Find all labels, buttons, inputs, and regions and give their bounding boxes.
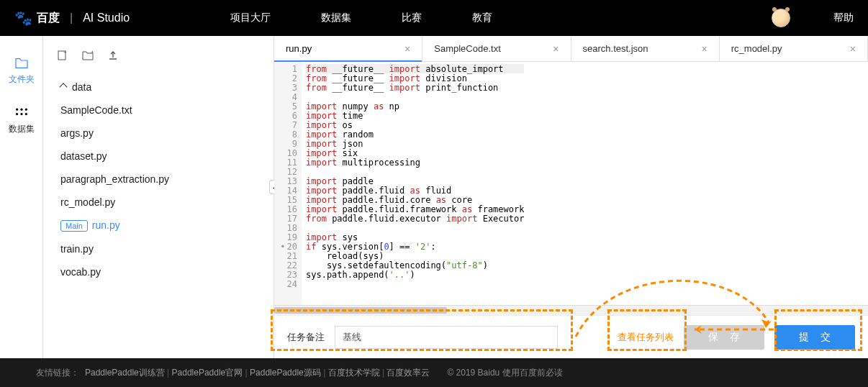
tree-file[interactable]: args.py	[58, 122, 266, 145]
footer-link[interactable]: 百度技术学院	[328, 368, 380, 378]
code-line: from paddle.fluid.executor import Execut…	[306, 214, 524, 223]
code-line: import paddle	[306, 176, 524, 186]
tree-file[interactable]: paragraph_extraction.py	[58, 168, 266, 191]
svg-text:+: +	[91, 50, 94, 55]
line-number: 3	[279, 83, 297, 92]
file-panel: + + data SampleCode.txtargs.pydataset.py…	[43, 36, 273, 358]
code-line: import sys	[306, 232, 524, 242]
top-nav: 🐾 百度 | AI Studio 项目大厅 数据集 比赛 教育 帮助	[0, 0, 868, 36]
main-nav: 项目大厅 数据集 比赛 教育	[230, 12, 772, 24]
svg-point-2	[24, 109, 27, 111]
avatar[interactable]	[772, 9, 790, 27]
line-number: 18	[279, 223, 297, 232]
new-file-icon[interactable]: +	[58, 50, 68, 63]
folder-icon	[14, 58, 29, 69]
line-number: 12	[279, 167, 297, 176]
code-line: import paddle.fluid as fluid	[306, 186, 524, 195]
line-number: 5	[279, 101, 297, 111]
rail-datasets-label: 数据集	[9, 123, 35, 135]
rail-files-label: 文件夹	[9, 73, 35, 86]
rail-datasets[interactable]: 数据集	[9, 107, 35, 135]
file-toolbar: + +	[58, 50, 266, 63]
horizontal-scrollbar[interactable]	[274, 305, 868, 315]
tree-file[interactable]: dataset.py	[58, 145, 266, 168]
task-note-input[interactable]	[335, 326, 558, 349]
code-line	[306, 92, 524, 101]
new-folder-icon[interactable]: +	[82, 50, 94, 63]
line-number: 23	[279, 270, 297, 279]
line-number: 4	[279, 92, 297, 101]
folder-label: data	[72, 81, 91, 93]
line-number: 10	[279, 148, 297, 158]
line-number: 17	[279, 214, 297, 223]
logo[interactable]: 🐾 百度 | AI Studio	[14, 9, 130, 27]
close-icon[interactable]: ×	[553, 43, 559, 55]
footer-link[interactable]: PaddlePaddle官网	[172, 368, 243, 378]
line-number: 21	[279, 251, 297, 260]
main-badge: Main	[60, 220, 88, 232]
svg-text:+: +	[63, 50, 67, 55]
editor-tab[interactable]: SampleCode.txt×	[422, 36, 571, 61]
code-line	[306, 167, 524, 176]
line-number: 2	[279, 73, 297, 83]
tab-label: run.py	[286, 43, 312, 54]
task-bar: 任务备注 查看任务列表 保 存 提 交	[274, 315, 868, 358]
tree-file[interactable]: rc_model.py	[58, 191, 266, 214]
editor-tab[interactable]: run.py×	[274, 36, 422, 61]
footer-link[interactable]: 百度效率云	[386, 368, 430, 378]
footer: 友情链接： PaddlePaddle训练营 | PaddlePaddle官网 |…	[0, 358, 868, 387]
code-line: sys.setdefaultencoding("utf-8")	[306, 260, 524, 270]
code-line: sys.path.append('..')	[306, 270, 524, 279]
left-rail: 文件夹 数据集	[0, 36, 43, 358]
nav-competition[interactable]: 比赛	[402, 12, 422, 24]
code-line: reload(sys)	[306, 251, 524, 260]
tree-file[interactable]: train.py	[58, 237, 266, 260]
code-line: import json	[306, 139, 524, 148]
code-line: from __future__ import print_function	[306, 83, 524, 92]
rail-files[interactable]: 文件夹	[9, 58, 35, 86]
logo-text: 百度	[37, 11, 60, 26]
nav-projects[interactable]: 项目大厅	[230, 12, 271, 24]
tree-file[interactable]: vocab.py	[58, 260, 266, 283]
tab-label: rc_model.py	[731, 43, 782, 54]
line-number: 13	[279, 176, 297, 186]
editor-tab[interactable]: search.test.json×	[571, 36, 720, 61]
editor-tabs: run.py×SampleCode.txt×search.test.json×r…	[274, 36, 868, 62]
line-number: 1	[279, 64, 297, 73]
editor-area: ◂ run.py×SampleCode.txt×search.test.json…	[273, 36, 868, 358]
line-number: 7	[279, 120, 297, 129]
view-task-list-link[interactable]: 查看任务列表	[618, 331, 674, 344]
tree-folder-data[interactable]: data	[58, 76, 266, 99]
tree-file[interactable]: Mainrun.py	[58, 214, 266, 237]
paw-icon: 🐾	[14, 9, 32, 27]
editor-tab[interactable]: rc_model.py×	[720, 36, 868, 61]
code-line: if sys.version[0] == '2':	[306, 242, 524, 251]
submit-button[interactable]: 提 交	[774, 325, 855, 350]
nav-datasets[interactable]: 数据集	[321, 12, 351, 24]
task-note-label: 任务备注	[287, 331, 325, 344]
upload-icon[interactable]	[108, 50, 118, 63]
footer-link[interactable]: PaddlePaddle训练营	[85, 368, 165, 378]
save-button[interactable]: 保 存	[684, 325, 764, 350]
code-editor[interactable]: 123456789101112131415161718192021222324 …	[274, 62, 868, 305]
svg-point-3	[16, 113, 18, 115]
svg-point-5	[24, 113, 27, 115]
code-line: from __future__ import division	[306, 73, 524, 83]
code-line: import paddle.fluid.framework as framewo…	[306, 204, 524, 214]
help-link[interactable]: 帮助	[833, 12, 854, 24]
tab-label: search.test.json	[583, 43, 648, 54]
line-number: 16	[279, 204, 297, 214]
line-number: 9	[279, 139, 297, 148]
line-number: 15	[279, 195, 297, 204]
tree-file[interactable]: SampleCode.txt	[58, 99, 266, 122]
code-line	[306, 279, 524, 288]
line-number: 24	[279, 279, 297, 288]
close-icon[interactable]: ×	[404, 43, 410, 55]
line-number: 8	[279, 129, 297, 139]
footer-link[interactable]: PaddlePaddle源码	[250, 368, 321, 378]
close-icon[interactable]: ×	[850, 43, 856, 55]
svg-point-4	[20, 113, 22, 115]
nav-education[interactable]: 教育	[472, 12, 492, 24]
line-number: 20	[279, 242, 297, 251]
close-icon[interactable]: ×	[702, 43, 707, 55]
